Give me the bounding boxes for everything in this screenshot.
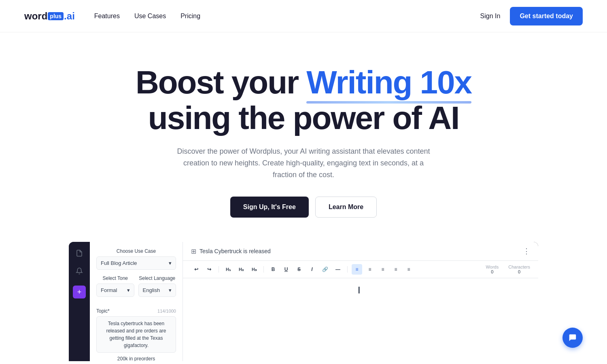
toolbar-list-ol[interactable]: ≡ xyxy=(403,264,414,275)
language-item: Select Language English ▾ xyxy=(138,275,176,303)
sidebar-plus-button[interactable]: + xyxy=(73,286,86,298)
chars-stat: Characters 0 xyxy=(508,265,530,274)
logo-text-ai: .ai xyxy=(64,11,75,22)
words-stat: Words 0 xyxy=(486,265,499,274)
signup-button[interactable]: Sign Up, It's Free xyxy=(230,197,309,218)
navbar-left: word plus .ai Features Use Cases Pricing xyxy=(24,11,200,22)
chat-bubble-icon xyxy=(568,333,577,342)
cursor-icon: ▎ xyxy=(359,287,363,293)
toolbar-list-ul[interactable]: ≡ xyxy=(391,264,401,275)
hero-section: Boost your Writing 10x using the power o… xyxy=(0,32,607,361)
toolbar-sep-1 xyxy=(219,266,219,273)
navbar-right: Sign In Get started today xyxy=(480,7,583,25)
learn-more-button[interactable]: Learn More xyxy=(315,197,377,218)
editor-title: Tesla Cybertruck is released xyxy=(200,248,271,254)
toolbar-strikethrough[interactable]: S xyxy=(294,264,304,275)
use-case-select[interactable]: Full Blog Article ▾ xyxy=(96,256,176,270)
tone-select[interactable]: Formal ▾ xyxy=(96,284,134,297)
editor-stats: Words 0 Characters 0 xyxy=(478,265,538,274)
toolbar-italic[interactable]: I xyxy=(307,264,317,275)
editor-header-left: ⊞ Tesla Cybertruck is released xyxy=(191,248,271,255)
hero-title-part2: using the power of AI xyxy=(148,100,459,136)
toolbar-link[interactable]: 🔗 xyxy=(320,264,330,275)
app-left-panel: Choose Use Case Full Blog Article ▾ Sele… xyxy=(90,242,183,361)
get-started-button[interactable]: Get started today xyxy=(510,7,583,25)
topic-count: 114/1000 xyxy=(157,309,176,313)
editor-toolbar: ↩ ↪ H₁ H₂ H₃ B U S I 🔗 — ≡ ≡ ≡ xyxy=(183,261,478,278)
toolbar-undo[interactable]: ↩ xyxy=(191,264,202,275)
tone-item: Select Tone Formal ▾ xyxy=(96,275,134,303)
nav-link-pricing[interactable]: Pricing xyxy=(180,13,200,20)
toolbar-redo[interactable]: ↪ xyxy=(204,264,214,275)
toolbar-bold[interactable]: B xyxy=(268,264,278,275)
toolbar-sep-3 xyxy=(347,266,348,273)
file-icon[interactable] xyxy=(74,248,84,258)
app-editor-panel: ⊞ Tesla Cybertruck is released ⋮ ↩ ↪ H₁ … xyxy=(183,242,538,361)
tone-label: Select Tone xyxy=(96,275,134,281)
use-case-label: Choose Use Case xyxy=(96,248,176,254)
nav-links: Features Use Cases Pricing xyxy=(94,13,200,20)
toolbar-h3[interactable]: H₃ xyxy=(249,264,259,275)
editor-header-icon: ⊞ xyxy=(191,248,196,255)
nav-link-features[interactable]: Features xyxy=(94,13,120,20)
topic-label-row: Topic* 114/1000 xyxy=(96,308,176,314)
toolbar-sep-2 xyxy=(263,266,264,273)
toolbar-divider[interactable]: — xyxy=(333,264,343,275)
editor-header: ⊞ Tesla Cybertruck is released ⋮ xyxy=(183,242,538,261)
logo-text-word: word xyxy=(24,11,47,22)
hero-title-highlight: Writing 10x xyxy=(306,65,471,100)
toolbar-underline[interactable]: U xyxy=(281,264,291,275)
hero-title-part1: Boost your xyxy=(136,64,306,100)
logo-plus: plus xyxy=(48,12,64,20)
app-sidebar: + xyxy=(69,242,90,361)
hero-buttons: Sign Up, It's Free Learn More xyxy=(230,197,377,218)
editor-options-icon[interactable]: ⋮ xyxy=(523,247,530,256)
chat-button[interactable] xyxy=(562,328,583,348)
sign-in-link[interactable]: Sign In xyxy=(480,13,501,20)
nav-link-use-cases[interactable]: Use Cases xyxy=(134,13,166,20)
topic-label: Topic* xyxy=(96,308,110,314)
tone-language-row: Select Tone Formal ▾ Select Language Eng… xyxy=(96,275,176,303)
editor-content[interactable]: ▎ xyxy=(183,278,538,361)
language-label: Select Language xyxy=(138,275,176,281)
logo[interactable]: word plus .ai xyxy=(24,11,75,22)
navbar: word plus .ai Features Use Cases Pricing… xyxy=(0,0,607,32)
hero-subtitle: Discover the power of Wordplus, your AI … xyxy=(174,146,433,180)
app-screenshot: + Choose Use Case Full Blog Article ▾ Se… xyxy=(69,242,538,361)
bell-icon[interactable] xyxy=(74,266,84,276)
hero-title: Boost your Writing 10x using the power o… xyxy=(136,65,471,136)
toolbar-align-left[interactable]: ≡ xyxy=(352,264,362,275)
toolbar-align-center[interactable]: ≡ xyxy=(365,264,375,275)
toolbar-row: ↩ ↪ H₁ H₂ H₃ B U S I 🔗 — ≡ ≡ ≡ xyxy=(183,261,538,278)
toolbar-align-right[interactable]: ≡ xyxy=(378,264,388,275)
preorders-text: 200k in preorders xyxy=(96,356,176,361)
topic-textarea[interactable]: Tesla cybertruck has been released and p… xyxy=(96,316,176,353)
language-select[interactable]: English ▾ xyxy=(138,284,176,297)
toolbar-h1[interactable]: H₁ xyxy=(223,264,233,275)
toolbar-h2[interactable]: H₂ xyxy=(236,264,246,275)
